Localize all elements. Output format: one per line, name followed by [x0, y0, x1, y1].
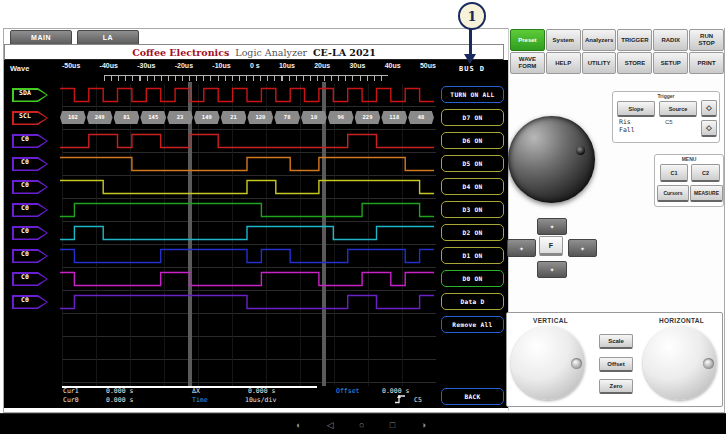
panel-button-print[interactable]: PRINT	[689, 52, 724, 74]
panel-button-analyzers[interactable]: Analyzers	[582, 29, 617, 51]
bus-button-d3-on[interactable]: D3 ON	[441, 201, 504, 218]
dpad-up-button[interactable]: ✦	[537, 218, 567, 235]
channel-label: SDA	[12, 89, 38, 97]
time-tick-label: -30us	[137, 62, 155, 69]
scale-button[interactable]: Scale	[599, 334, 633, 349]
panel-button-run-stop[interactable]: RUN STOP	[689, 29, 724, 51]
channel-tag[interactable]: C0	[12, 134, 48, 148]
channel-label: C0	[12, 158, 38, 166]
tab-la[interactable]: LA	[77, 30, 139, 45]
wave-label: Wave	[10, 64, 29, 73]
home-icon[interactable]: ○	[359, 420, 364, 430]
bus-button-d0-on[interactable]: D0 ON	[441, 270, 504, 287]
time-tick-label: 50us	[420, 62, 436, 69]
vertical-horizontal-box: VERTICAL HORIZONTAL Scale Offset Zero	[506, 312, 723, 407]
trigger-source-readout: C5	[414, 396, 422, 404]
panel-button-trigger[interactable]: TRIGGER	[617, 29, 652, 51]
channel-tag[interactable]: C0	[12, 203, 48, 217]
vertical-knob[interactable]	[511, 326, 585, 400]
bus-value: 118	[381, 111, 407, 124]
bus-value: 81	[114, 111, 140, 124]
system-nav-icons: ◐◁○□◑	[296, 414, 426, 434]
volume-down-icon[interactable]: ◐	[296, 420, 301, 430]
cursors-button[interactable]: Cursors	[657, 185, 689, 202]
channel-label: C0	[12, 296, 38, 304]
channel-tag[interactable]: C0	[12, 157, 48, 171]
offset-button[interactable]: Offset	[599, 357, 633, 372]
multifunction-knob[interactable]	[508, 116, 595, 203]
tab-main[interactable]: MAIN	[10, 30, 72, 45]
bus-value: 96	[328, 111, 354, 124]
app-name: Logic Analyzer	[235, 47, 307, 58]
bus-values-track: 10224981145231492112078109622911848	[60, 111, 434, 125]
f-button[interactable]: F	[539, 236, 563, 256]
panel-button-preset[interactable]: Preset	[510, 29, 545, 51]
channel-tag[interactable]: SCL	[12, 111, 48, 125]
channel-tag[interactable]: C0	[12, 295, 48, 309]
bus-button-d7-on[interactable]: D7 ON	[441, 109, 504, 126]
dpad-left-icon: ✦	[519, 245, 524, 252]
panel-button-wave-form[interactable]: WAVE FORM	[510, 52, 545, 74]
bus-button-data-d[interactable]: Data D	[441, 293, 504, 310]
vertical-knob-dimple	[571, 358, 582, 369]
bus-value: 102	[60, 111, 86, 124]
channel-tag[interactable]: SDA	[12, 88, 48, 102]
zero-button[interactable]: Zero	[599, 379, 633, 394]
dpad-right-button[interactable]: ✦	[568, 239, 597, 257]
time-ruler	[104, 75, 388, 81]
dpad-down-button[interactable]: ✦	[537, 261, 567, 278]
bus-button-d1-on[interactable]: D1 ON	[441, 247, 504, 264]
annotation-arrow-line	[469, 28, 472, 54]
time-tick-label: -50us	[62, 62, 80, 69]
menu-box-title: MENU	[655, 156, 723, 162]
channel-tag[interactable]: C0	[12, 249, 48, 263]
channel-tag[interactable]: C0	[12, 226, 48, 240]
bus-button-d2-on[interactable]: D2 ON	[441, 224, 504, 241]
dpad-left-button[interactable]: ✦	[507, 239, 536, 257]
panel-button-radix[interactable]: RADIX	[653, 29, 688, 51]
recents-icon[interactable]: □	[390, 420, 395, 430]
bus-value: 21	[221, 111, 247, 124]
channel-tag[interactable]: C0	[12, 272, 48, 286]
source-button[interactable]: Source	[659, 101, 697, 117]
channel-tag[interactable]: C0	[12, 180, 48, 194]
horizontal-scroll-indicator[interactable]	[62, 386, 317, 388]
channel-row-5-c0: C0	[0, 199, 508, 222]
channel-label: C0	[12, 204, 38, 212]
back-button[interactable]: BACK	[441, 388, 504, 405]
bus-button-d6-on[interactable]: D6 ON	[441, 132, 504, 149]
time-axis: -50us-40us-30us-20us-10us0 s10us20us30us…	[62, 62, 436, 69]
logic-analyzer-screen: 1 MAIN LA Coffee Electronics Logic Analy…	[0, 0, 726, 434]
back-icon[interactable]: ◁	[327, 420, 334, 430]
panel-button-store[interactable]: STORE	[617, 52, 652, 74]
bus-button-remove-all[interactable]: Remove All	[441, 316, 504, 333]
dpad-down-icon: ✦	[549, 266, 554, 273]
bus-button-d5-on[interactable]: D5 ON	[441, 155, 504, 172]
volume-up-icon[interactable]: ◑	[421, 420, 426, 430]
panel-button-utility[interactable]: UTILITY	[582, 52, 617, 74]
horizontal-knob[interactable]	[643, 326, 717, 400]
channel-label: C0	[12, 181, 38, 189]
measure-button[interactable]: MEASURE	[690, 185, 723, 202]
cur0-label: Cur0	[63, 396, 79, 404]
panel-button-setup[interactable]: SETUP	[653, 52, 688, 74]
delta-x-value: 0.000 s	[248, 387, 275, 395]
c1-button[interactable]: C1	[660, 164, 688, 182]
bus-value: 23	[167, 111, 193, 124]
bus-value: 149	[194, 111, 220, 124]
c2-button[interactable]: C2	[691, 164, 720, 182]
panel-button-help[interactable]: HELP	[546, 52, 581, 74]
slope-button[interactable]: Slope	[617, 101, 655, 117]
channel-label: C0	[12, 227, 38, 235]
time-tick-label: -20us	[175, 62, 193, 69]
bus-button-turn-on-all[interactable]: TURN ON ALL	[441, 86, 504, 103]
time-tick-label: 30us	[349, 62, 365, 69]
digital-trace	[60, 268, 434, 291]
time-tick-label: 10us	[279, 62, 295, 69]
channel-row-0-sda: SDA	[0, 84, 508, 107]
trigger-up-button[interactable]: ◇	[701, 100, 717, 117]
trigger-down-button[interactable]: ◇	[701, 120, 717, 137]
panel-button-system[interactable]: System	[546, 29, 581, 51]
offset-label: Offset	[336, 387, 359, 395]
bus-button-d4-on[interactable]: D4 ON	[441, 178, 504, 195]
